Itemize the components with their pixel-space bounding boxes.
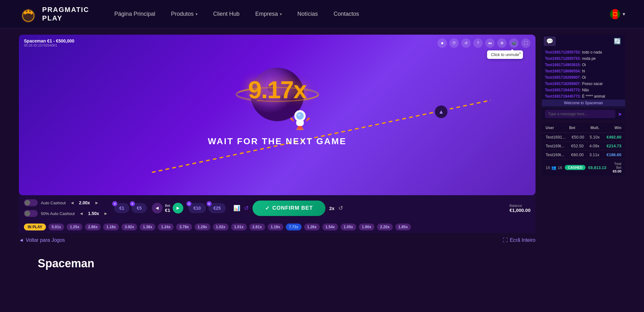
lb-win-2: €214.73 (599, 144, 621, 148)
plus-badge-10: + (186, 201, 192, 206)
chat-tab-refresh[interactable]: 🔄 (611, 37, 623, 46)
chat-text-4: hi (582, 69, 585, 73)
scroll-up-button[interactable]: ▲ (435, 105, 447, 118)
auto-cashout-prev[interactable]: ◄ (69, 199, 76, 207)
game-title: Spaceman €1 - €500,000 (24, 38, 74, 43)
wait-text: WAIT FOR THE NEXT GAME (208, 136, 347, 146)
bet-next-button[interactable]: ► (173, 203, 183, 213)
auto-cashout-toggle-row: Auto Cashout ◄ 2.00x ► (24, 199, 109, 207)
bet-chip-1[interactable]: + €1 (114, 203, 129, 213)
chat-welcome: Welcome to Spaceman (542, 99, 625, 106)
undo-button[interactable]: ↺ (244, 205, 249, 212)
history-icon[interactable]: ↺ (461, 38, 471, 48)
chat-message-6: Test1691718269907: Posso sacar (542, 81, 625, 87)
half-toggle-knob (25, 211, 30, 216)
mult-2.81: 2.81x (249, 224, 265, 230)
half-cashout-toggle[interactable] (24, 210, 38, 217)
chat-message-4: Test1691718686554: hi (542, 68, 625, 74)
half-cashout-label: 50% Auto Cashout (41, 211, 75, 216)
total-bet-value: €0.00 (609, 169, 621, 173)
chat-input-row: ➤ (542, 108, 625, 120)
fullscreen-button[interactable]: ⛶ Ecrã Inteiro (503, 237, 536, 243)
nav-pagina-principal[interactable]: Página Principal (114, 11, 155, 17)
plus-badge-5: + (130, 201, 135, 206)
nav-noticias[interactable]: Notícias (297, 11, 318, 17)
half-cashout-stepper: ◄ 1.50x ► (78, 210, 109, 217)
fullscreen-expand-icon: ⛶ (503, 237, 508, 243)
chat-text-2: noda pe (582, 56, 596, 61)
svg-point-4 (27, 11, 29, 13)
settings-icon[interactable]: ⚙ (497, 38, 507, 48)
confirm-bet-button[interactable]: ✓ CONFIRM BET (253, 201, 325, 216)
chat-tab-messages[interactable]: 💬 (544, 37, 556, 46)
lb-bet-1: €50.00 (566, 135, 584, 139)
game-id: 05:26 ID:1574254001 (24, 43, 74, 47)
half-cashout-prev[interactable]: ◄ (78, 210, 85, 217)
refresh-button[interactable]: ↺ (338, 205, 343, 212)
balance-label: Balance (509, 204, 530, 207)
stats-button[interactable]: 📊 (233, 205, 240, 212)
bet-label: Bet (165, 204, 170, 207)
chat-user-5: Test1691718269907: (545, 75, 581, 80)
camera-icon[interactable]: 📹 (509, 38, 519, 48)
help-icon[interactable]: ? (473, 38, 483, 48)
mult-2.20: 2.20x (377, 224, 393, 230)
chat-user-4: Test1691718686554: (545, 69, 581, 73)
half-cashout-next[interactable]: ► (103, 210, 109, 217)
bet-chip-5[interactable]: + €5 (132, 203, 147, 213)
bet-chip-25[interactable]: + €25 (208, 203, 226, 213)
auto-cashout-next[interactable]: ► (93, 199, 100, 207)
leaderboard-header: User Bet Mult. Win (542, 123, 625, 133)
svg-point-5 (31, 13, 32, 14)
fullscreen-icon[interactable]: ⛶ (521, 38, 530, 48)
chat-panel: 💬 🔄 Test1691712855753: todo o nada Test1… (542, 35, 625, 120)
mult-3.92: 3.92x (121, 224, 137, 230)
auto-cashout-label: Auto Cashout (41, 201, 66, 205)
chat-user-2: Test1691712855753: (545, 56, 581, 61)
chat-message-7: Test1691719445773: Não (542, 87, 625, 93)
balance-section: Balance €1,000.00 (509, 204, 530, 213)
left-column: Spaceman €1 - €500,000 05:26 ID:15742540… (19, 35, 536, 247)
players-total: 16 (546, 165, 550, 170)
chat-input[interactable] (545, 110, 615, 118)
bet-display: Bet €1 (165, 204, 170, 213)
lb-mult-3: 3.11x (584, 152, 599, 157)
mult-1.18: 1.18x (103, 224, 119, 230)
chat-tabs: 💬 🔄 (542, 35, 625, 48)
multiplier-ticker: IN PLAY 5.01x 1.25x 2.86x 1.18x 3.92x 1.… (19, 221, 536, 233)
lb-col-user: User (546, 126, 554, 130)
rewind-icon[interactable]: ⏮ (485, 38, 495, 48)
record-icon[interactable]: ■ (437, 38, 447, 48)
bet-prev-button[interactable]: ◄ (152, 203, 163, 213)
auto-cashout-toggle[interactable] (24, 199, 38, 206)
svg-point-3 (24, 13, 26, 14)
mult-7.73: 7.73x (286, 224, 302, 230)
plus-badge-25: + (207, 201, 212, 206)
unmute-close[interactable]: × (519, 51, 521, 55)
bet-chip-section-2: + €10 + €25 (188, 203, 226, 213)
auto-cashout-stepper: ◄ 2.00x ► (69, 199, 100, 207)
right-column: 💬 🔄 Test1691712855753: todo o nada Test1… (542, 35, 625, 247)
back-to-games-button[interactable]: ◄ Voltar para Jogos (19, 237, 65, 243)
leaderboard-row-3: Test169t... €60.00 3.11x €186.60 (542, 150, 625, 159)
mult-1.01: 1.01x (231, 224, 247, 230)
bet-chip-10[interactable]: + €10 (188, 203, 206, 213)
mult-1.38: 1.38x (140, 224, 155, 230)
main-game-row: Spaceman €1 - €500,000 05:26 ID:15742540… (19, 35, 625, 247)
double-button[interactable]: 2x (329, 206, 335, 211)
lb-col-bet: Bet (569, 126, 575, 130)
timer-icon[interactable]: ⏱ (449, 38, 459, 48)
chat-send-button[interactable]: ➤ (618, 111, 622, 117)
toggle-knob (25, 200, 30, 206)
lb-user-3: Test169t... (546, 152, 565, 157)
nav-client-hub[interactable]: Client Hub (213, 11, 240, 17)
language-selector[interactable]: ▾ (610, 9, 625, 19)
nav-contactos[interactable]: Contactos (334, 11, 359, 17)
lb-mult-2: 4.09x (584, 144, 599, 148)
leaderboard-footer: 16 👥 16 CASHED €9,813.13 Total Bet €0.00 (542, 159, 625, 176)
nav-empresa[interactable]: Empresa ▾ (255, 11, 282, 17)
svg-point-17 (296, 112, 304, 120)
chat-user-7: Test1691719445773: (545, 88, 581, 92)
nav-produtos[interactable]: Produtos ▾ (171, 11, 197, 17)
bet-nav-section: ◄ Bet €1 ► (152, 203, 184, 213)
